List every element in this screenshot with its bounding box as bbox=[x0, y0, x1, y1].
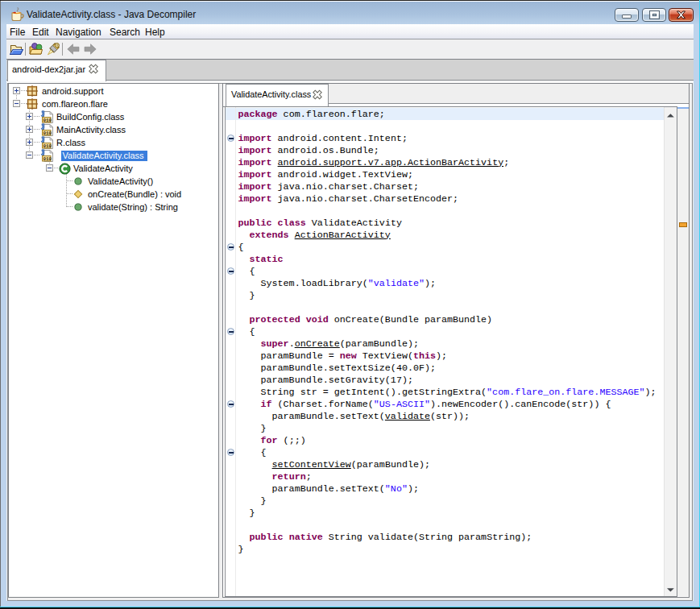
svg-text:010: 010 bbox=[43, 143, 52, 149]
svg-text:010: 010 bbox=[43, 156, 52, 162]
svg-text:010: 010 bbox=[43, 118, 52, 123]
svg-text:010: 010 bbox=[43, 130, 52, 136]
